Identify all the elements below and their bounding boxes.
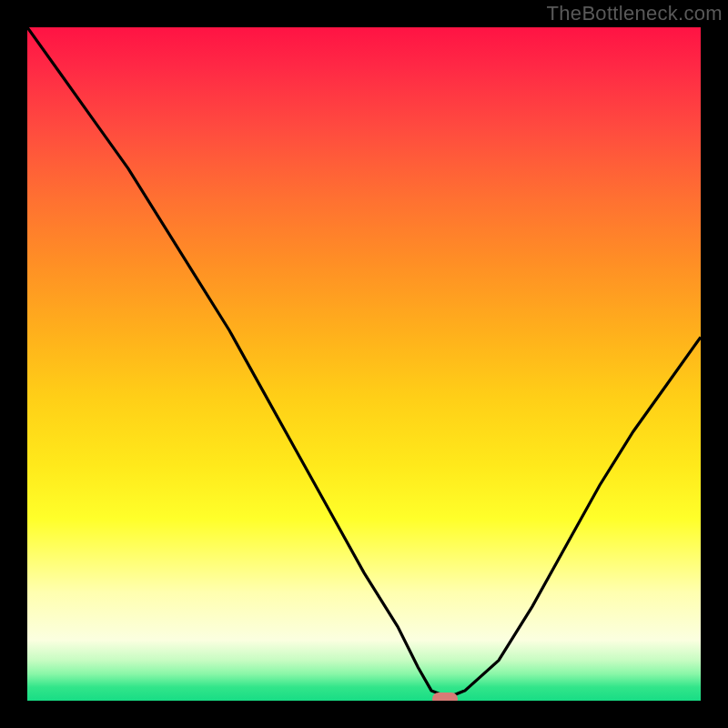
chart-plot-area [27,27,701,701]
optimal-point-marker [432,693,458,701]
watermark-text: TheBottleneck.com [547,2,723,25]
chart-line [27,27,701,701]
